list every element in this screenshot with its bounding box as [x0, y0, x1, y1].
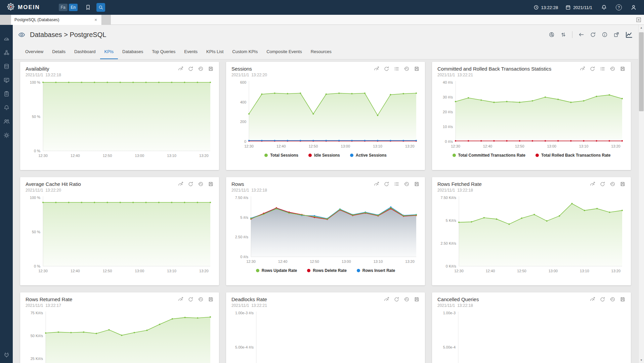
tab-composite-events[interactable]: Composite Events — [262, 45, 306, 59]
tab-top-queries[interactable]: Top Queries — [147, 45, 180, 59]
legend-item-rows-update-rate[interactable]: Rows Update Rate — [256, 268, 297, 273]
user-menu-button[interactable] — [629, 3, 638, 12]
sidebar-item-bell[interactable] — [3, 105, 10, 111]
save-button[interactable] — [414, 66, 420, 72]
legend-item-total-rolled-back-transactions-rate[interactable]: Total Rolled Back Transactions Rate — [535, 153, 611, 158]
legend-item-total-committed-transactions-rate[interactable]: Total Committed Transactions Rate — [453, 153, 525, 158]
tab-overview[interactable]: Overview — [21, 45, 48, 59]
lang-fa-button[interactable]: Fa — [59, 4, 68, 11]
refresh-button[interactable] — [188, 181, 194, 187]
history-button[interactable] — [404, 296, 410, 302]
notifications-button[interactable] — [600, 3, 608, 12]
legend-item-idle-sessions[interactable]: Idle Sessions — [308, 153, 340, 158]
refresh-button[interactable] — [590, 32, 596, 38]
sidebar-item-gauge[interactable] — [3, 36, 10, 42]
history-button[interactable] — [198, 66, 204, 72]
scroll-down-button[interactable]: ▼ — [639, 357, 644, 363]
refresh-button[interactable] — [384, 181, 389, 187]
save-button[interactable] — [414, 181, 420, 187]
expand-button[interactable] — [613, 32, 619, 38]
chart-area: 600400200012:3012:4012:5013:0013:1013:20 — [231, 79, 420, 152]
date-chip[interactable]: 2021/11/1 — [565, 5, 592, 10]
add-gauge-button[interactable] — [178, 181, 183, 187]
svg-text:0 %: 0 % — [34, 149, 40, 153]
save-button[interactable] — [620, 181, 626, 187]
chart-canvas: 1.00e-35.00e-4012:3012:4012:5013:0013:10… — [437, 310, 626, 363]
add-gauge-button[interactable] — [374, 181, 379, 187]
refresh-button[interactable] — [600, 296, 605, 302]
bookmark-button[interactable] — [84, 3, 92, 12]
history-button[interactable] — [198, 296, 204, 302]
legend-item-rows-delete-rate[interactable]: Rows Delete Rate — [307, 268, 347, 273]
refresh-button[interactable] — [394, 296, 399, 302]
history-button[interactable] — [404, 66, 410, 72]
sidebar-item-topology[interactable] — [3, 49, 10, 56]
add-gauge-button[interactable] — [178, 66, 183, 72]
document-tab-postgresql[interactable]: PostgreSQL (Databases) × — [11, 15, 102, 25]
scroll-up-button[interactable]: ▲ — [639, 25, 644, 31]
search-button[interactable] — [96, 3, 105, 12]
svg-text:20 #/s: 20 #/s — [443, 110, 453, 114]
series-button[interactable] — [394, 181, 399, 187]
history-button[interactable] — [610, 181, 615, 187]
save-button[interactable] — [208, 66, 214, 72]
sidebar-item-database[interactable] — [3, 63, 10, 70]
sidebar-item-agent[interactable] — [3, 351, 10, 358]
history-button[interactable] — [198, 181, 204, 187]
tab-kpis[interactable]: KPIs — [100, 45, 118, 59]
save-button[interactable] — [414, 296, 420, 302]
legend-item-active-sessions[interactable]: Active Sessions — [350, 153, 387, 158]
trend-chart-button[interactable] — [625, 31, 633, 39]
refresh-button[interactable] — [384, 66, 389, 72]
add-gauge-button[interactable] — [178, 296, 183, 302]
chart-canvas: 40 #/s30 #/s20 #/s10 #/s0 #/s12:3012:401… — [437, 79, 626, 150]
add-gauge-button[interactable] — [374, 66, 379, 72]
kpi-nav: OverviewDetailsDashboardKPIsDatabasesTop… — [13, 44, 638, 59]
info-button[interactable] — [602, 32, 608, 38]
close-all-tabs-button[interactable] — [636, 17, 642, 23]
chart-canvas: 75 K#/s50 K#/s25 K#/s0 K#/s12:3012:4012:… — [26, 310, 214, 363]
tab-databases[interactable]: Databases — [118, 45, 147, 59]
legend-item-rows-insert-rate[interactable]: Rows Insert Rate — [357, 268, 395, 273]
scroll-thumb[interactable] — [639, 32, 644, 111]
back-button[interactable] — [578, 32, 584, 38]
add-gauge-button[interactable] — [579, 66, 585, 72]
save-button[interactable] — [620, 66, 626, 72]
series-button[interactable] — [600, 66, 605, 72]
sidebar-item-monitor[interactable] — [3, 77, 10, 83]
refresh-button[interactable] — [188, 296, 194, 302]
refresh-button[interactable] — [600, 181, 605, 187]
history-button[interactable] — [404, 181, 410, 187]
sidebar-item-gear[interactable] — [3, 132, 10, 138]
svg-text:30 #/s: 30 #/s — [443, 95, 453, 99]
legend-item-total-sessions[interactable]: Total Sessions — [264, 153, 298, 158]
help-button[interactable]: ? — [616, 4, 622, 10]
save-button[interactable] — [208, 296, 214, 302]
lang-en-button[interactable]: En — [69, 4, 78, 11]
save-button[interactable] — [208, 181, 214, 187]
sort-swap-button[interactable] — [560, 32, 566, 38]
chart-timestamp: 2021/11/1 13:22:18 — [26, 73, 214, 77]
add-gauge-button[interactable] — [590, 181, 595, 187]
chart-canvas: 100 %50 %0 %12:3012:4012:5013:0013:1013:… — [26, 79, 214, 160]
sidebar-item-users[interactable] — [3, 118, 10, 125]
add-gauge-button[interactable] — [590, 296, 595, 302]
tab-kpis-list[interactable]: KPIs List — [202, 45, 228, 59]
donut-chart-button[interactable] — [549, 32, 555, 38]
chart-timestamp: 2021/11/1 13:22:21 — [231, 303, 420, 308]
tab-events[interactable]: Events — [180, 45, 202, 59]
history-button[interactable] — [610, 296, 615, 302]
series-button[interactable] — [394, 66, 399, 72]
refresh-button[interactable] — [590, 66, 595, 72]
add-gauge-icon — [178, 66, 183, 72]
refresh-button[interactable] — [188, 66, 194, 72]
tab-resources[interactable]: Resources — [306, 45, 336, 59]
add-gauge-button[interactable] — [384, 296, 389, 302]
tab-custom-kpis[interactable]: Custom KPIs — [228, 45, 262, 59]
tab-details[interactable]: Details — [48, 45, 70, 59]
sidebar-item-report[interactable] — [3, 91, 10, 97]
history-button[interactable] — [610, 66, 615, 72]
tab-dashboard[interactable]: Dashboard — [70, 45, 100, 59]
save-button[interactable] — [620, 296, 626, 302]
tab-close-button[interactable]: × — [93, 17, 98, 23]
